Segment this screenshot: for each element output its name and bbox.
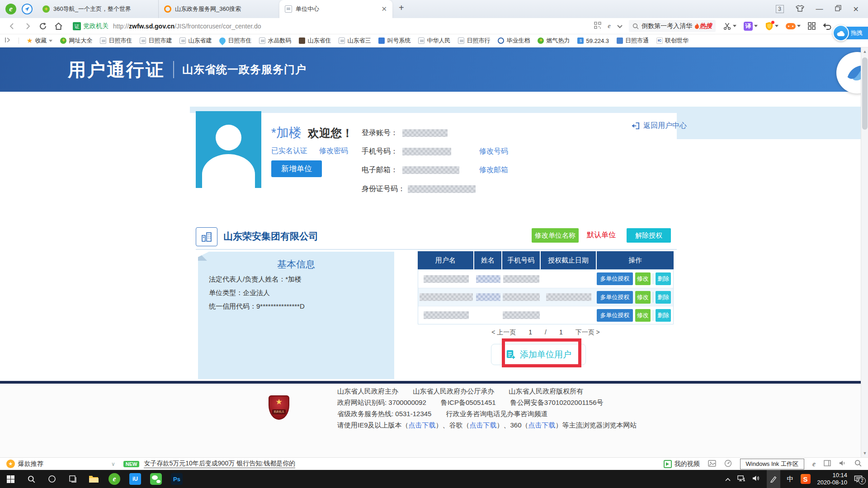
start-button[interactable] <box>0 470 21 488</box>
qr-code-icon[interactable] <box>594 22 601 31</box>
screenshot-tool[interactable] <box>723 22 736 30</box>
bookmark-item[interactable]: 中华人民 <box>418 37 450 45</box>
bookmark-item[interactable]: 日照市通 <box>617 37 649 45</box>
bookmark-item[interactable]: 山东省住 <box>299 37 331 45</box>
bookmark-item[interactable]: 水晶数码 <box>259 37 291 45</box>
netdisk-drag-widget[interactable]: 拖拽 <box>833 24 868 42</box>
bookmark-item[interactable]: IC联创世华 <box>656 37 689 45</box>
sites-portal-bookmark[interactable]: + 网址大全 <box>60 37 92 45</box>
browser-tab-active[interactable]: 单位中心 ✕ <box>279 0 392 18</box>
default-company-link[interactable]: 默认单位 <box>587 230 616 240</box>
apps-grid-button[interactable] <box>808 22 816 30</box>
snapshot-icon[interactable] <box>708 460 716 468</box>
file-explorer-icon[interactable] <box>83 470 104 488</box>
back-to-user-center-link[interactable]: 返回用户中心 <box>631 121 687 131</box>
collapse-chevron-icon[interactable]: ∨ <box>111 461 115 467</box>
wechat-icon[interactable] <box>146 470 166 488</box>
back-button[interactable] <box>8 22 16 30</box>
edit-button[interactable]: 修改 <box>635 309 651 322</box>
browser-tab-2[interactable]: 山东政务服务网_360搜索 <box>158 0 279 18</box>
ie-compat-icon[interactable]: e <box>608 22 611 30</box>
change-email-link[interactable]: 修改邮箱 <box>479 165 508 175</box>
edit-button[interactable]: 修改 <box>635 272 651 285</box>
collapse-sidebar-icon[interactable] <box>5 37 11 44</box>
rename-company-button[interactable]: 修改单位名称 <box>532 228 579 243</box>
bookmark-item[interactable]: 日照市行 <box>458 37 490 45</box>
browser-logo-icon[interactable]: e <box>5 4 16 14</box>
bookmark-item[interactable]: +燃气热力 <box>538 37 570 45</box>
page-scrollbar[interactable]: ▲ ▼ <box>861 47 868 457</box>
bookmark-item[interactable]: 日照市住 <box>100 37 132 45</box>
news-headline-link[interactable]: 女子存款5万元10年后变成900万 银行告知:钱都是你的 <box>144 460 295 468</box>
favorites-menu[interactable]: ★ 收藏 <box>27 37 52 45</box>
bookmark-item[interactable]: 日照市建 <box>140 37 172 45</box>
ie-mode-icon[interactable]: e <box>812 460 816 468</box>
restore-closed-tab-button[interactable] <box>823 22 832 30</box>
hidden-icons-chevron[interactable] <box>725 475 731 483</box>
minimize-button[interactable]: — <box>816 5 823 13</box>
taskbar-clock[interactable]: 10:14 2020-08-10 <box>817 472 848 487</box>
delete-button[interactable]: 删除 <box>656 309 671 322</box>
cloud-disk-icon[interactable] <box>833 25 849 41</box>
multi-auth-button[interactable]: 多单位授权 <box>597 309 633 322</box>
new-tab-button[interactable]: + <box>392 0 410 18</box>
task-view-button[interactable] <box>62 470 83 488</box>
multi-auth-button[interactable]: 多单位授权 <box>597 272 633 285</box>
bookmark-item[interactable]: s59.224.3 <box>577 38 609 44</box>
multi-auth-button[interactable]: 多单位授权 <box>597 291 633 304</box>
restore-button[interactable] <box>835 5 841 13</box>
tab-count-badge[interactable]: 3 <box>776 5 784 13</box>
translate-tool[interactable]: 译 <box>744 22 758 31</box>
bookmark-item[interactable]: 叫号系统 <box>378 37 410 45</box>
next-page-link[interactable]: 下一页 > <box>576 328 600 336</box>
volume-icon[interactable] <box>752 475 760 483</box>
browser-tab-1[interactable]: 360导航_一个主页，整个世界 <box>37 0 158 18</box>
verified-link[interactable]: 已实名认证 <box>271 146 307 156</box>
iu-app-icon[interactable]: iU <box>125 470 146 488</box>
find-icon[interactable] <box>854 460 862 468</box>
speed-mode-icon[interactable] <box>724 460 732 469</box>
my-videos-button[interactable]: 我的视频 <box>664 460 700 468</box>
scroll-down-icon[interactable]: ▼ <box>861 449 868 457</box>
forward-button[interactable] <box>24 22 32 30</box>
bookmark-item[interactable]: 毕业生档 <box>498 37 530 45</box>
chevron-down-icon[interactable] <box>617 22 623 30</box>
home-button[interactable] <box>54 22 63 30</box>
tab-close-icon[interactable]: ✕ <box>381 5 387 13</box>
download-ie-link[interactable]: 点击下载 <box>409 421 436 429</box>
promo-label[interactable]: 爆款推荐 <box>18 460 43 468</box>
ime-indicator[interactable]: 中 <box>787 475 794 483</box>
taskbar-search-button[interactable] <box>21 470 42 488</box>
mute-icon[interactable] <box>839 460 846 468</box>
download-chrome-link[interactable]: 点击下载 <box>470 421 497 429</box>
edit-button[interactable]: 修改 <box>635 291 651 304</box>
delete-button[interactable]: 删除 <box>656 291 671 304</box>
close-button[interactable]: ✕ <box>853 5 859 14</box>
download-360-link[interactable]: 点击下载 <box>528 421 556 429</box>
network-icon[interactable] <box>737 475 745 483</box>
change-password-link[interactable]: 修改密码 <box>319 146 348 156</box>
refresh-button[interactable] <box>39 22 47 30</box>
bookmark-item[interactable]: 山东省三 <box>339 37 371 45</box>
sogou-input-icon[interactable]: S <box>801 474 811 484</box>
games-tool[interactable] <box>786 23 801 29</box>
scroll-up-icon[interactable]: ▲ <box>861 47 868 56</box>
revoke-auth-button[interactable]: 解除授权 <box>627 228 671 243</box>
skin-icon[interactable] <box>796 5 804 14</box>
delete-button[interactable]: 删除 <box>656 272 671 285</box>
bookmark-item[interactable]: 山东省建 <box>179 37 212 45</box>
search-input[interactable]: 倒数第一考入清华 热搜 <box>629 20 716 32</box>
navigation-compass-icon[interactable] <box>22 4 33 14</box>
url-field[interactable]: 证 党政机关 http://zwfw.sd.gov.cn/JIS/frontco… <box>73 20 588 33</box>
sidebar-toggle-icon[interactable] <box>824 460 831 468</box>
action-center-button[interactable]: 2 <box>854 475 863 483</box>
cortana-button[interactable] <box>42 470 62 488</box>
security-tool[interactable] <box>765 22 778 31</box>
windows-ink-pen-icon[interactable] <box>767 470 780 488</box>
scrollbar-thumb[interactable] <box>862 57 868 130</box>
bookmark-item[interactable]: 日照市住 <box>219 37 251 45</box>
hot-search-link[interactable]: 热搜 <box>694 22 712 30</box>
add-org-button[interactable]: 新增单位 <box>271 160 322 177</box>
360-browser-icon[interactable]: e <box>104 470 125 488</box>
prev-page-link[interactable]: < 上一页 <box>491 328 516 336</box>
